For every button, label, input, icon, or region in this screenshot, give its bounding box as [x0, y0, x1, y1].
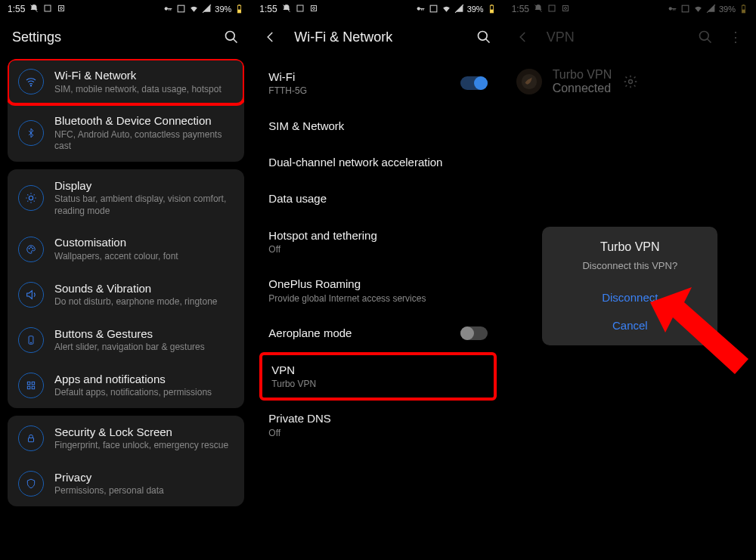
- settings-row-display[interactable]: DisplayStatus bar, ambient display, visi…: [8, 169, 244, 227]
- row-title: Dual-channel network acceleration: [268, 155, 487, 170]
- status-bar: 1:55 39%: [252, 0, 503, 18]
- row-subtitle: Off: [268, 428, 487, 440]
- status-time: 1:55: [8, 4, 25, 14]
- list-row-roaming[interactable]: OnePlus RoamingProvide global Internet a…: [255, 266, 500, 315]
- vpn-key-icon: [416, 4, 426, 15]
- settings-row-wifi-network[interactable]: Wi-Fi & NetworkSIM, mobile network, data…: [8, 59, 244, 104]
- search-icon[interactable]: [697, 29, 714, 45]
- settings-row-customisation[interactable]: CustomisationWallpapers, accent colour, …: [8, 226, 244, 271]
- row-title: Aeroplane mode: [268, 326, 460, 341]
- row-title: Security & Lock Screen: [54, 425, 234, 440]
- row-text: Hotspot and tetheringOff: [268, 228, 487, 256]
- row-title: Buttons & Gestures: [54, 326, 234, 342]
- signal-icon: [706, 4, 716, 15]
- row-text: Private DNSOff: [268, 411, 487, 439]
- customisation-icon: [18, 237, 44, 262]
- gear-icon[interactable]: [622, 73, 639, 90]
- row-text: DisplayStatus bar, ambient display, visi…: [54, 178, 234, 218]
- settings-row-bluetooth[interactable]: Bluetooth & Device ConnectionNFC, Androi…: [8, 104, 244, 162]
- settings-card: Wi-Fi & NetworkSIM, mobile network, data…: [8, 59, 244, 162]
- nfc-icon: [680, 4, 690, 15]
- svg-point-18: [30, 342, 31, 343]
- vpn-entry-row[interactable]: Turbo VPN Connected: [504, 59, 756, 104]
- capture-icon: [309, 4, 318, 15]
- list-row-dns[interactable]: Private DNSOff: [255, 401, 500, 450]
- svg-point-10: [226, 32, 235, 41]
- screenshot-icon: [547, 4, 556, 15]
- row-subtitle: Off: [268, 244, 487, 256]
- settings-row-apps[interactable]: Apps and notificationsDefault apps, noti…: [8, 363, 244, 408]
- list-row-aeroplane[interactable]: Aeroplane mode: [255, 315, 500, 351]
- dialog-title: Turbo VPN: [554, 240, 705, 254]
- battery-text: 39%: [467, 5, 484, 14]
- dialog-message: Disconnect this VPN?: [554, 260, 705, 271]
- svg-rect-25: [297, 5, 303, 11]
- signal-icon: [202, 4, 212, 15]
- row-text: VPNTurbo VPN: [271, 363, 484, 391]
- dnd-icon: [282, 4, 291, 15]
- row-title: SIM & Network: [268, 119, 487, 134]
- settings-row-buttons[interactable]: Buttons & GesturesAlert slider, navigati…: [8, 317, 244, 363]
- list-row-hotspot[interactable]: Hotspot and tetheringOff: [255, 218, 500, 267]
- disconnect-button[interactable]: Disconnect: [554, 283, 705, 311]
- cancel-button[interactable]: Cancel: [554, 311, 705, 339]
- svg-rect-32: [490, 9, 493, 12]
- list-row-sim[interactable]: SIM & Network: [255, 108, 500, 144]
- svg-line-11: [234, 39, 237, 43]
- wifi-toggle[interactable]: [460, 76, 488, 90]
- list-row-wifi[interactable]: Wi-FiFTTH-5G: [255, 59, 500, 108]
- vpn-entry-sub: Connected: [553, 82, 612, 95]
- row-title: Display: [54, 178, 234, 193]
- settings-row-security[interactable]: Security & Lock ScreenFingerprint, face …: [8, 416, 244, 461]
- capture-icon: [561, 4, 570, 15]
- row-subtitle: Alert slider, navigation bar & gestures: [54, 342, 234, 354]
- row-subtitle: FTTH-5G: [268, 85, 460, 97]
- row-subtitle: Wallpapers, accent colour, font: [54, 251, 234, 263]
- wifi-icon: [693, 4, 703, 15]
- svg-rect-26: [311, 5, 316, 11]
- more-icon[interactable]: ⋮: [727, 29, 744, 45]
- back-icon[interactable]: [264, 30, 280, 44]
- svg-line-35: [485, 39, 489, 43]
- row-text: PrivacyPermissions, personal data: [54, 470, 234, 497]
- search-icon[interactable]: [223, 29, 240, 45]
- buttons-icon: [18, 327, 44, 353]
- row-title: Apps and notifications: [54, 372, 234, 387]
- page-title: VPN: [547, 29, 683, 45]
- row-text: OnePlus RoamingProvide global Internet a…: [268, 277, 487, 305]
- settings-row-privacy[interactable]: PrivacyPermissions, personal data: [8, 461, 244, 506]
- battery-icon: [487, 4, 497, 15]
- list-row-dualchannel[interactable]: Dual-channel network acceleration: [255, 144, 500, 181]
- settings-row-sounds[interactable]: Sounds & VibrationDo not disturb, earpho…: [8, 272, 244, 317]
- svg-point-16: [33, 248, 33, 249]
- list-row-datausage[interactable]: Data usage: [255, 181, 500, 217]
- svg-rect-22: [32, 386, 35, 389]
- row-text: Wi-Fi & NetworkSIM, mobile network, data…: [54, 68, 234, 95]
- aeroplane-toggle[interactable]: [460, 326, 488, 340]
- status-time: 1:55: [259, 4, 277, 14]
- settings-header: Settings: [0, 18, 252, 59]
- svg-point-46: [699, 32, 708, 41]
- capture-icon: [57, 4, 66, 15]
- row-text: Data usage: [268, 191, 487, 206]
- svg-point-27: [312, 7, 314, 9]
- row-text: Dual-channel network acceleration: [268, 155, 487, 170]
- list-row-vpn[interactable]: VPNTurbo VPN: [259, 352, 496, 401]
- row-subtitle: Permissions, personal data: [54, 485, 234, 497]
- svg-rect-20: [32, 382, 35, 385]
- row-subtitle: Provide global Internet access services: [268, 293, 487, 305]
- row-subtitle: Status bar, ambient display, vision comf…: [54, 193, 234, 217]
- back-icon[interactable]: [516, 30, 533, 44]
- wifi-network-header: Wi-Fi & Network: [252, 18, 503, 59]
- row-subtitle: Do not disturb, earphone mode, ringtone: [54, 296, 234, 308]
- phone-wifi-network: 1:55 39% Wi-Fi & Network Wi-FiFTTH-5GSIM…: [252, 0, 503, 560]
- svg-point-13: [29, 196, 33, 200]
- nfc-icon: [429, 4, 438, 15]
- row-title: Sounds & Vibration: [54, 281, 234, 296]
- search-icon[interactable]: [476, 29, 492, 45]
- svg-rect-38: [563, 5, 569, 11]
- turbo-vpn-app-icon: [516, 69, 542, 94]
- battery-text: 39%: [719, 5, 736, 14]
- page-title: Wi-Fi & Network: [294, 29, 461, 45]
- svg-rect-23: [29, 438, 34, 441]
